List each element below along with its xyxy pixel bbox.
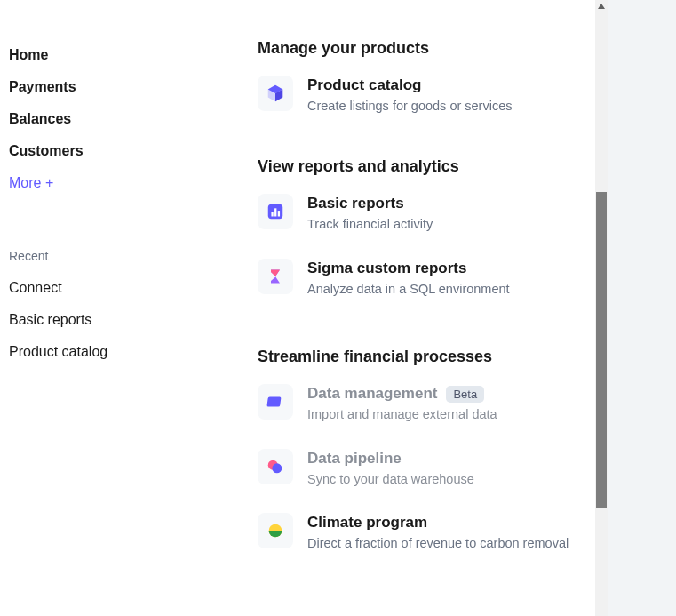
section-manage-products-title: Manage your products	[258, 39, 577, 58]
right-gutter	[608, 0, 676, 616]
svg-rect-3	[278, 211, 280, 216]
card-desc: Direct a fraction of revenue to carbon r…	[307, 534, 577, 552]
beta-badge: Beta	[446, 386, 484, 403]
cube-icon	[258, 76, 293, 111]
card-desc: Track financial activity	[307, 215, 577, 233]
card-climate-program[interactable]: Climate program Direct a fraction of rev…	[258, 513, 577, 552]
svg-rect-2	[274, 209, 276, 217]
nav-payments[interactable]: Payments	[9, 71, 258, 103]
recent-product-catalog[interactable]: Product catalog	[9, 336, 258, 368]
card-title: Data pipeline	[307, 449, 577, 468]
nav-balances[interactable]: Balances	[9, 103, 258, 135]
card-desc: Import and manage external data	[307, 405, 577, 423]
nav-customers[interactable]: Customers	[9, 135, 258, 167]
card-desc: Create listings for goods or services	[307, 97, 577, 115]
main-content: Manage your products Product catalog Cre…	[258, 0, 595, 616]
pipeline-icon	[258, 449, 293, 484]
climate-icon	[258, 513, 293, 548]
bar-chart-icon	[258, 194, 293, 229]
scroll-thumb[interactable]	[596, 192, 607, 508]
card-data-pipeline[interactable]: Data pipeline Sync to your data warehous…	[258, 449, 577, 488]
recent-basic-reports[interactable]: Basic reports	[9, 304, 258, 336]
card-desc: Analyze data in a SQL environment	[307, 280, 577, 298]
card-data-management[interactable]: Data management Beta Import and manage e…	[258, 384, 577, 423]
card-title: Product catalog	[307, 76, 577, 95]
card-product-catalog[interactable]: Product catalog Create listings for good…	[258, 76, 577, 115]
card-title: Basic reports	[307, 194, 577, 213]
card-title: Climate program	[307, 513, 577, 532]
section-streamline-title: Streamline financial processes	[258, 348, 577, 366]
data-mgmt-icon	[258, 384, 293, 420]
scrollbar[interactable]	[595, 0, 608, 616]
recent-connect[interactable]: Connect	[9, 272, 258, 304]
card-title: Data management	[307, 384, 437, 404]
card-basic-reports[interactable]: Basic reports Track financial activity	[258, 194, 577, 233]
section-reports-title: View reports and analytics	[258, 157, 577, 176]
sidebar: Home Payments Balances Customers More + …	[0, 0, 258, 616]
card-desc: Sync to your data warehouse	[307, 470, 577, 488]
svg-point-6	[272, 463, 282, 473]
nav-more[interactable]: More +	[9, 167, 258, 199]
card-title: Sigma custom reports	[307, 259, 577, 278]
nav-home[interactable]: Home	[9, 39, 258, 71]
svg-rect-4	[266, 397, 281, 407]
sigma-icon	[258, 259, 293, 294]
svg-rect-1	[271, 212, 273, 217]
card-sigma-reports[interactable]: Sigma custom reports Analyze data in a S…	[258, 259, 577, 298]
recent-heading: Recent	[9, 249, 258, 263]
scroll-up-arrow-icon[interactable]	[595, 0, 608, 12]
